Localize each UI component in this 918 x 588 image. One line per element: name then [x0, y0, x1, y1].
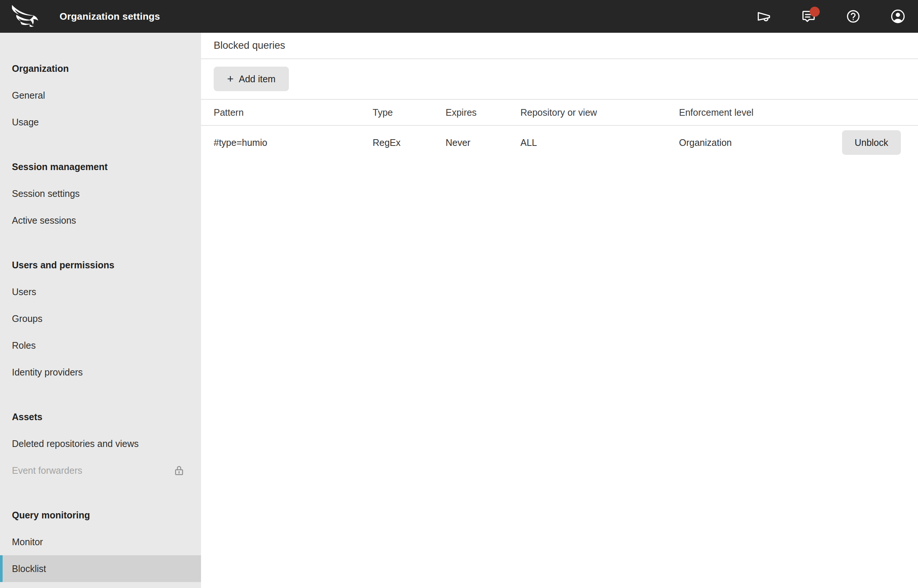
plus-icon: + [227, 73, 234, 84]
section-header-assets: Assets [0, 404, 201, 430]
sidebar-item-monitor[interactable]: Monitor [0, 528, 201, 555]
column-header-repository: Repository or view [520, 107, 679, 118]
notification-badge [810, 7, 820, 17]
main-content: Blocked queries + Add item Pattern Type … [201, 33, 918, 588]
megaphone-icon [756, 9, 771, 24]
question-circle-icon [846, 9, 861, 24]
falcon-logo-icon [11, 4, 39, 29]
section-header-session-management: Session management [0, 153, 201, 180]
settings-sidebar: Organization General Usage Session manag… [0, 33, 201, 588]
sidebar-section-users-permissions: Users and permissions Users Groups Roles… [0, 252, 201, 386]
feedback-messages-icon[interactable] [801, 9, 816, 24]
sidebar-section-organization: Organization General Usage [0, 55, 201, 136]
sidebar-item-event-forwarders[interactable]: Event forwarders [0, 457, 201, 484]
topbar: Organization settings [0, 0, 918, 33]
toolbar: + Add item [201, 59, 918, 100]
help-icon[interactable] [846, 9, 861, 24]
section-header-organization: Organization [0, 55, 201, 82]
screen: Organization settings [0, 0, 918, 588]
crowdstrike-falcon-logo[interactable] [11, 4, 39, 29]
unblock-button[interactable]: Unblock [842, 130, 901, 155]
sidebar-item-blocklist[interactable]: Blocklist [0, 555, 201, 582]
column-header-type: Type [373, 107, 446, 118]
lock-icon [173, 464, 185, 477]
cell-expires: Never [446, 137, 520, 148]
cell-enforcement: Organization [679, 137, 842, 148]
column-header-expires: Expires [446, 107, 520, 118]
sidebar-item-active-sessions[interactable]: Active sessions [0, 207, 201, 234]
sidebar-item-roles[interactable]: Roles [0, 332, 201, 359]
sidebar-item-label: Event forwarders [12, 465, 82, 476]
sidebar-item-session-settings[interactable]: Session settings [0, 180, 201, 207]
cell-pattern: #type=humio [214, 137, 373, 148]
section-header-users-permissions: Users and permissions [0, 252, 201, 278]
sidebar-item-general[interactable]: General [0, 82, 201, 109]
table-row: #type=humio RegEx Never ALL Organization… [201, 126, 918, 159]
blocked-queries-table: Pattern Type Expires Repository or view … [201, 100, 918, 159]
section-title: Blocked queries [201, 33, 918, 59]
sidebar-item-usage[interactable]: Usage [0, 109, 201, 136]
table-header-row: Pattern Type Expires Repository or view … [201, 100, 918, 126]
sidebar-section-assets: Assets Deleted repositories and views Ev… [0, 404, 201, 484]
user-profile-icon[interactable] [891, 9, 905, 24]
cell-type: RegEx [373, 137, 446, 148]
add-item-button[interactable]: + Add item [214, 66, 289, 91]
column-header-enforcement: Enforcement level [679, 107, 901, 118]
column-header-pattern: Pattern [214, 107, 373, 118]
cell-repository: ALL [520, 137, 679, 148]
avatar-icon [891, 9, 905, 24]
sidebar-item-identity-providers[interactable]: Identity providers [0, 359, 201, 386]
topbar-actions [756, 9, 905, 24]
sidebar-section-query-monitoring: Query monitoring Monitor Blocklist [0, 502, 201, 582]
sidebar-item-groups[interactable]: Groups [0, 305, 201, 332]
section-header-query-monitoring: Query monitoring [0, 502, 201, 528]
sidebar-section-session-management: Session management Session settings Acti… [0, 153, 201, 234]
sidebar-item-users[interactable]: Users [0, 278, 201, 305]
sidebar-item-deleted-repositories[interactable]: Deleted repositories and views [0, 430, 201, 457]
announcements-icon[interactable] [756, 9, 771, 24]
add-item-label: Add item [239, 74, 276, 84]
page-title: Organization settings [60, 11, 160, 22]
